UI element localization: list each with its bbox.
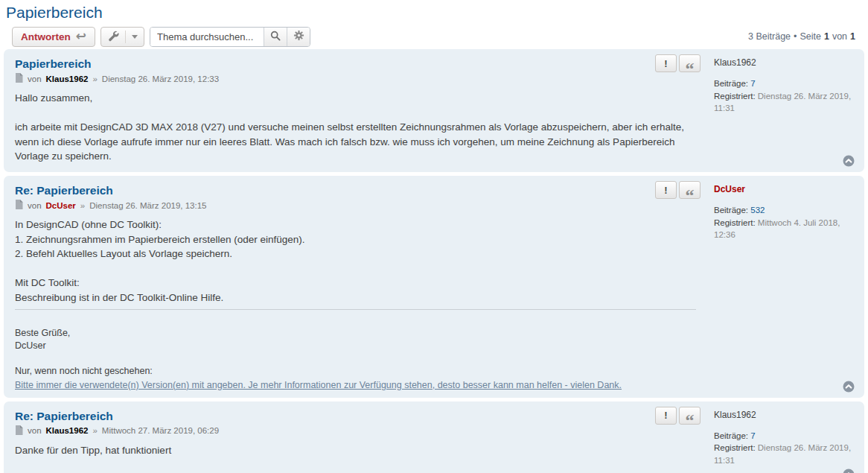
topic-page-title: Papierbereich [6,4,862,21]
profile-username[interactable]: Klaus1962 [714,57,857,68]
post-title-link[interactable]: Re: Papierbereich [15,184,696,197]
search-icon [270,31,281,43]
quote-button[interactable]: “ [679,54,701,72]
byline-separator: » [92,74,97,83]
wrench-icon [107,30,119,44]
posts-count-label: Beiträge: [714,79,748,88]
post-body: ! “ Re: Papierbereich von DcUser » Diens… [4,176,705,398]
page-of-label: von [832,31,847,42]
post-controls: ! “ [655,407,701,425]
post-content: Danke für den Tipp, hat funktioniert [15,443,689,458]
byline-separator: » [80,201,85,210]
post: ! “ Re: Papierbereich von Klaus1962 » Mi… [4,401,864,473]
document-icon [15,200,23,211]
registered-label: Registriert: [714,92,756,101]
post-date: Dienstag 26. März 2019, 13:15 [89,201,206,210]
post: ! “ Papierbereich von Klaus1962 » Dienst… [4,49,864,172]
reply-button-label: Antworten [21,31,71,42]
quote-button[interactable]: “ [679,181,701,199]
signature: Beste Grüße, DcUser Nur, wenn noch nicht… [15,309,696,391]
gear-icon [293,30,304,43]
quote-button[interactable]: “ [679,407,701,425]
profile-posts-line: Beiträge: 7 [714,77,857,90]
topic-meta: 3 Beiträge • Seite 1 von 1 [748,31,856,42]
author-link[interactable]: Klaus1962 [46,74,89,83]
profile-registered-line: Registriert: Dienstag 26. März 2019, 11:… [714,442,857,466]
document-icon [15,73,23,84]
author-link[interactable]: DcUser [46,201,76,210]
post-body: ! “ Re: Papierbereich von Klaus1962 » Mi… [4,401,705,473]
back-to-top-button[interactable] [843,469,855,473]
byline-separator: » [92,426,97,435]
post-controls: ! “ [655,181,701,199]
document-icon [15,425,23,437]
post-profile: DcUser Beiträge: 532 Registriert: Mittwo… [705,176,864,398]
byline-von-label: von [28,426,42,435]
byline-von-label: von [28,74,42,83]
page-header: Papierbereich Antworten ↩ [0,0,868,47]
page-label: Seite [800,31,821,42]
exclamation-icon: ! [664,59,667,69]
posts-count-value[interactable]: 7 [750,79,755,88]
report-button[interactable]: ! [655,54,677,72]
page-total: 1 [850,31,855,42]
topic-tools-button[interactable] [100,27,144,47]
post-body: ! “ Papierbereich von Klaus1962 » Dienst… [4,49,705,172]
post-date: Dienstag 26. März 2019, 12:33 [102,74,219,83]
search-options-button[interactable] [287,28,310,46]
registered-label: Registriert: [714,218,756,227]
post-content: In DesignCAD (ohne DC Toolkit): 1. Zeich… [15,218,689,305]
post-date: Mittwoch 27. März 2019, 06:29 [102,426,219,435]
posts-count-label: Beiträge: [714,206,748,215]
post: ! “ Re: Papierbereich von DcUser » Diens… [4,176,864,398]
author-byline: von Klaus1962 » Dienstag 26. März 2019, … [15,73,696,84]
registered-label: Registriert: [714,443,756,452]
profile-username[interactable]: Klaus1962 [714,410,857,420]
signature-text: Beste Grüße, DcUser Nur, wenn noch nicht… [15,328,153,376]
page-current: 1 [824,31,829,42]
author-byline: von Klaus1962 » Mittwoch 27. März 2019, … [15,425,696,437]
profile-posts-line: Beiträge: 7 [714,430,857,442]
chevron-down-icon [132,35,138,42]
posts-count-label: Beiträge: [714,431,748,440]
chevron-up-icon [843,469,855,473]
report-button[interactable]: ! [655,181,677,199]
profile-registered-line: Registriert: Mittwoch 4. Juli 2018, 12:3… [714,217,857,241]
topic-search-group [150,27,310,47]
back-to-top-button[interactable] [843,155,855,167]
exclamation-icon: ! [664,410,667,420]
post-title-link[interactable]: Re: Papierbereich [15,410,696,423]
posts-count-value[interactable]: 532 [750,206,765,215]
post-title-link[interactable]: Papierbereich [15,57,696,71]
author-link[interactable]: Klaus1962 [46,426,89,435]
report-button[interactable]: ! [655,407,677,425]
search-button[interactable] [264,28,287,46]
post-count: 3 Beiträge [748,31,791,42]
chevron-up-icon [843,155,855,167]
profile-username[interactable]: DcUser [714,184,857,194]
back-to-top-button[interactable] [843,381,855,393]
exclamation-icon: ! [664,185,667,195]
post-content: Hallo zusammen, ich arbeite mit DesignCA… [15,91,689,164]
posts-count-value[interactable]: 7 [750,431,755,440]
reply-button[interactable]: Antworten ↩ [12,27,95,47]
profile-posts-line: Beiträge: 532 [714,204,857,217]
chevron-up-icon [843,381,855,393]
signature-link[interactable]: Bitte immer die verwendete(n) Version(en… [15,379,622,392]
post-controls: ! “ [655,54,701,72]
button-divider [125,31,126,43]
post-profile: Klaus1962 Beiträge: 7 Registriert: Diens… [705,49,864,172]
byline-von-label: von [28,201,42,210]
post-profile: Klaus1962 Beiträge: 7 Registriert: Diens… [705,401,864,473]
bullet-separator: • [794,31,797,42]
author-byline: von DcUser » Dienstag 26. März 2019, 13:… [15,200,696,211]
topic-toolbar: Antworten ↩ [6,26,862,47]
reply-arrow-icon: ↩ [76,30,86,42]
search-input[interactable] [150,28,264,46]
profile-registered-line: Registriert: Dienstag 26. März 2019, 11:… [714,90,857,115]
